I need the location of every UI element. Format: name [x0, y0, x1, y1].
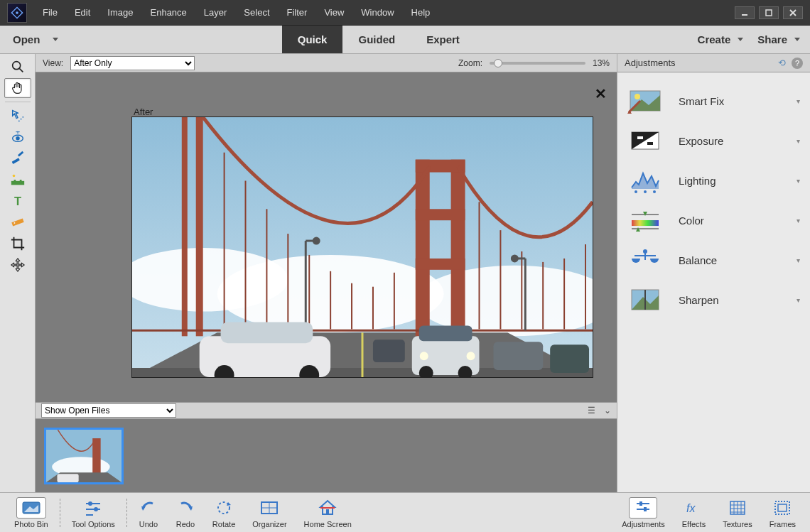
bb-photo-bin[interactable]: Photo Bin: [6, 496, 57, 530]
svg-point-88: [644, 190, 647, 193]
menu-view[interactable]: View: [315, 0, 352, 25]
textures-icon: [728, 497, 747, 519]
zoom-slider[interactable]: [490, 58, 585, 68]
modebar: Open QuickGuidedExpert Create Share: [0, 26, 810, 54]
svg-rect-119: [639, 501, 642, 506]
redeye-tool[interactable]: [4, 127, 31, 147]
adjustment-color[interactable]: Color▾: [617, 200, 810, 240]
straighten-tool[interactable]: [4, 212, 31, 232]
svg-point-9: [22, 116, 23, 118]
show-open-files-dropdown[interactable]: Show Open Files: [41, 403, 176, 418]
menu-layer[interactable]: Layer: [195, 0, 236, 25]
reset-icon[interactable]: ⟲: [778, 58, 786, 68]
open-button[interactable]: Open: [0, 26, 78, 53]
close-window-button[interactable]: [783, 6, 803, 19]
view-options-bar: View: After Only Zoom: 13%: [36, 54, 617, 72]
svg-rect-70: [493, 342, 543, 370]
adjustment-sharpen[interactable]: Sharpen▾: [617, 280, 810, 320]
bb-undo[interactable]: Undo: [130, 496, 167, 530]
bb-organizer[interactable]: Organizer: [244, 496, 295, 530]
zoom-label: Zoom:: [458, 58, 482, 68]
canvas-area: ✕ After: [36, 72, 617, 402]
balance-icon: [627, 246, 663, 274]
bin-menu-icon[interactable]: ☰: [588, 406, 595, 416]
spot-heal-tool[interactable]: [4, 170, 31, 190]
photo-thumbnail[interactable]: [44, 428, 124, 484]
maximize-button[interactable]: [759, 6, 779, 19]
text-tool[interactable]: T: [4, 191, 31, 211]
quick-select-tool[interactable]: [4, 106, 31, 126]
tab-guided[interactable]: Guided: [342, 26, 411, 53]
menu-select[interactable]: Select: [235, 0, 278, 25]
svg-rect-33: [416, 209, 465, 220]
svg-rect-90: [632, 220, 659, 226]
menu-edit[interactable]: Edit: [66, 0, 99, 25]
menu-window[interactable]: Window: [352, 0, 402, 25]
svg-rect-76: [57, 474, 78, 482]
bb-frames[interactable]: Frames: [761, 496, 804, 530]
hand-tool[interactable]: [4, 78, 31, 98]
bb-adjustments[interactable]: Adjustments: [613, 496, 674, 530]
create-button[interactable]: Create: [689, 33, 744, 45]
tool-options-icon: [83, 497, 103, 519]
image-canvas[interactable]: [131, 116, 593, 378]
whiten-tool[interactable]: [4, 148, 31, 168]
menu-enhance[interactable]: Enhance: [142, 0, 195, 25]
svg-rect-130: [775, 501, 789, 514]
zoom-tool[interactable]: [4, 57, 31, 77]
menu-file[interactable]: File: [34, 0, 66, 25]
svg-text:T: T: [14, 195, 21, 207]
adjustment-balance[interactable]: Balance▾: [617, 240, 810, 280]
adjustment-lighting[interactable]: Lighting▾: [617, 161, 810, 200]
svg-point-8: [20, 119, 21, 120]
menu-image[interactable]: Image: [99, 0, 141, 25]
right-panel: Adjustments ⟲ ? Smart Fix▾Exposure▾Light…: [617, 54, 810, 492]
menu-help[interactable]: Help: [403, 0, 439, 25]
svg-rect-21: [11, 219, 23, 227]
bb-rotate[interactable]: Rotate: [204, 496, 244, 530]
bin-collapse-icon[interactable]: ⌄: [604, 406, 611, 416]
caret-down-icon: [794, 38, 800, 41]
svg-point-1: [16, 11, 18, 14]
svg-rect-71: [550, 344, 589, 373]
rotate-icon: [214, 497, 234, 519]
zoom-value: 13%: [593, 58, 610, 68]
share-button[interactable]: Share: [749, 33, 800, 45]
caret-down-icon: ▾: [796, 97, 800, 105]
svg-point-6: [12, 62, 20, 70]
caret-down-icon: ▾: [796, 177, 800, 185]
svg-point-106: [94, 507, 98, 511]
adjustment-smart-fix[interactable]: Smart Fix▾: [617, 81, 810, 121]
help-icon[interactable]: ?: [792, 58, 803, 69]
bb-tool-options[interactable]: Tool Options: [63, 496, 124, 530]
svg-rect-74: [92, 438, 100, 474]
view-dropdown[interactable]: After Only: [70, 56, 195, 70]
svg-point-67: [420, 352, 428, 360]
caret-down-icon: ▾: [796, 217, 800, 224]
svg-point-89: [653, 190, 656, 193]
tab-quick[interactable]: Quick: [282, 26, 343, 53]
svg-rect-69: [373, 340, 405, 362]
move-tool[interactable]: [4, 255, 31, 275]
caret-down-icon: ▾: [796, 256, 800, 264]
minimize-button[interactable]: [735, 6, 755, 19]
bb-home-screen[interactable]: Home Screen: [296, 496, 360, 530]
close-document-button[interactable]: ✕: [595, 85, 607, 102]
bb-effects[interactable]: fxEffects: [674, 496, 714, 530]
svg-rect-64: [419, 325, 472, 341]
svg-rect-3: [766, 10, 772, 16]
svg-point-19: [12, 175, 15, 178]
svg-point-12: [16, 136, 20, 141]
svg-rect-121: [644, 507, 647, 511]
svg-rect-18: [19, 180, 21, 183]
tab-expert[interactable]: Expert: [411, 26, 475, 53]
adjustment-exposure[interactable]: Exposure▾: [617, 121, 810, 161]
svg-point-22: [14, 222, 15, 224]
bb-textures[interactable]: Textures: [714, 496, 761, 530]
redo-icon: [176, 497, 195, 519]
crop-tool[interactable]: [4, 234, 31, 254]
svg-line-7: [19, 68, 23, 72]
menu-filter[interactable]: Filter: [279, 0, 316, 25]
svg-rect-117: [320, 507, 335, 509]
bb-redo[interactable]: Redo: [167, 496, 204, 530]
